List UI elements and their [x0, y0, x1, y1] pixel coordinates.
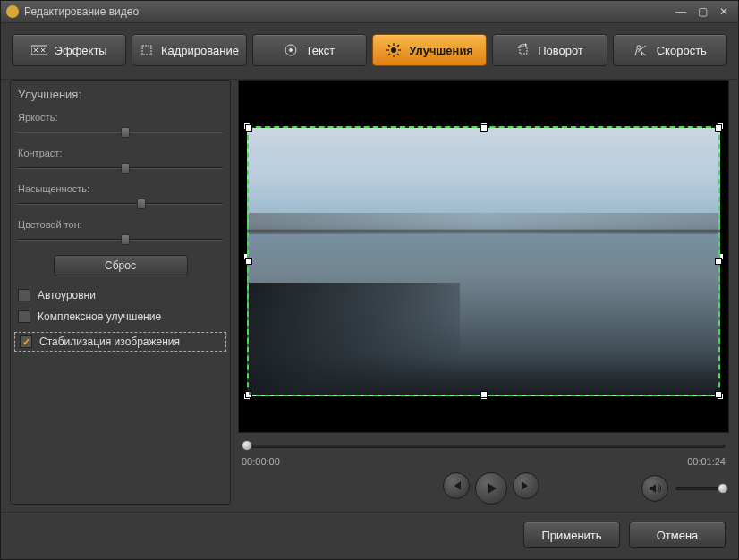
- brightness-group: Яркость:: [18, 112, 223, 139]
- tab-label: Эффекты: [55, 44, 107, 57]
- crop-handle[interactable]: [715, 391, 722, 398]
- sidebar-heading: Улучшения:: [18, 88, 223, 101]
- stabilization-label: Стабилизация изображения: [39, 335, 180, 348]
- crop-handle[interactable]: [715, 124, 722, 132]
- timeline-slider[interactable]: [242, 440, 726, 453]
- crop-handle[interactable]: [715, 258, 722, 265]
- speed-icon: [633, 43, 650, 57]
- tab-label: Поворот: [538, 44, 583, 57]
- hue-group: Цветовой тон:: [18, 219, 223, 246]
- tab-label: Улучшения: [409, 44, 473, 57]
- contrast-label: Контраст:: [18, 148, 223, 158]
- svg-line-9: [388, 45, 390, 47]
- auto-levels-label: Автоуровни: [38, 289, 96, 301]
- svg-line-11: [397, 45, 399, 47]
- tabbar: Эффекты Кадрирование Текст Улучшения Пов…: [1, 23, 738, 80]
- svg-point-4: [391, 47, 396, 53]
- saturation-group: Насыщенность:: [18, 183, 223, 210]
- tab-label: Текст: [305, 44, 335, 57]
- tab-crop[interactable]: Кадрирование: [132, 34, 246, 66]
- rotate-icon: [516, 43, 531, 57]
- tab-label: Кадрирование: [161, 44, 239, 57]
- hue-label: Цветовой тон:: [18, 219, 223, 230]
- saturation-label: Насыщенность:: [18, 183, 223, 194]
- app-icon: [6, 5, 19, 18]
- crop-handle[interactable]: [480, 124, 488, 132]
- tab-rotate[interactable]: Поворот: [492, 34, 607, 66]
- effects-icon: [31, 44, 47, 56]
- video-frame[interactable]: [247, 126, 720, 396]
- svg-line-12: [388, 54, 390, 55]
- saturation-slider[interactable]: [18, 198, 223, 210]
- player-controls: 00:00:00 00:01:24: [238, 433, 729, 505]
- enhance-icon: [386, 43, 402, 57]
- contrast-slider[interactable]: [18, 162, 223, 174]
- tab-effects[interactable]: Эффекты: [12, 34, 126, 66]
- svg-line-10: [397, 54, 399, 55]
- tab-enhance[interactable]: Улучшения: [372, 34, 487, 66]
- crop-handle[interactable]: [245, 124, 252, 132]
- tab-text[interactable]: Текст: [252, 34, 367, 66]
- stabilization-checkbox[interactable]: Стабилизация изображения: [14, 332, 226, 352]
- complex-enhance-label: Комплексное улучшение: [38, 310, 161, 323]
- contrast-group: Контраст:: [18, 148, 223, 174]
- video-edit-window: Редактирование видео — ▢ ✕ Эффекты Кадри…: [0, 0, 739, 560]
- dialog-footer: Применить Отмена: [1, 512, 738, 559]
- svg-rect-0: [31, 46, 47, 55]
- prev-frame-button[interactable]: [443, 472, 470, 499]
- duration: 00:01:24: [687, 456, 726, 467]
- crop-icon: [140, 43, 154, 57]
- play-button[interactable]: [475, 472, 507, 505]
- video-preview: [238, 80, 729, 433]
- tab-label: Скорость: [657, 44, 707, 57]
- enhance-sidebar: Улучшения: Яркость: Контраст: Насыщеннос…: [10, 80, 231, 505]
- minimize-button[interactable]: —: [672, 5, 690, 18]
- brightness-label: Яркость:: [18, 112, 223, 123]
- text-icon: [284, 43, 298, 57]
- reset-button[interactable]: Сброс: [54, 255, 188, 276]
- auto-levels-checkbox[interactable]: Автоуровни: [18, 289, 223, 301]
- volume-button[interactable]: [641, 475, 668, 502]
- svg-rect-1: [142, 46, 151, 55]
- crop-handle[interactable]: [245, 391, 252, 398]
- maximize-button[interactable]: ▢: [693, 5, 711, 18]
- apply-button[interactable]: Применить: [523, 522, 620, 548]
- tab-speed[interactable]: Скорость: [613, 34, 727, 66]
- cancel-button[interactable]: Отмена: [629, 522, 726, 548]
- hue-slider[interactable]: [18, 233, 223, 246]
- crop-handle[interactable]: [245, 258, 252, 265]
- crop-handle[interactable]: [480, 391, 488, 398]
- svg-rect-13: [520, 47, 527, 54]
- next-frame-button[interactable]: [513, 472, 539, 499]
- current-time: 00:00:00: [242, 456, 280, 467]
- window-title: Редактирование видео: [24, 5, 139, 18]
- svg-point-3: [289, 48, 293, 52]
- volume-slider[interactable]: [675, 487, 726, 490]
- svg-point-14: [637, 46, 641, 49]
- complex-enhance-checkbox[interactable]: Комплексное улучшение: [18, 310, 223, 323]
- titlebar: Редактирование видео — ▢ ✕: [1, 1, 738, 23]
- close-button[interactable]: ✕: [715, 5, 733, 18]
- brightness-slider[interactable]: [18, 126, 223, 139]
